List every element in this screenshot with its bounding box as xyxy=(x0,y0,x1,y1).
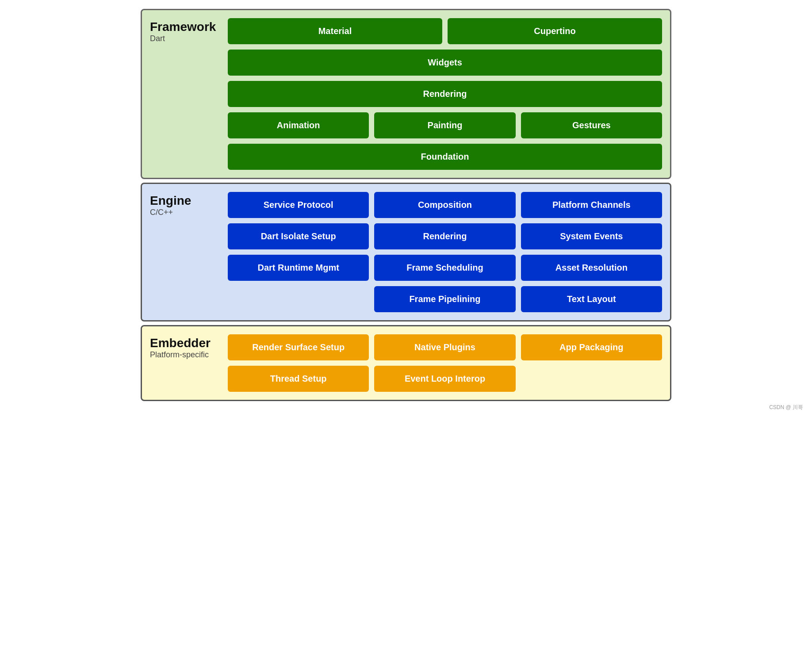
framework-content: Material Cupertino Widgets Rendering Ani… xyxy=(228,18,662,170)
material-chip: Material xyxy=(228,18,442,44)
framework-row-3: Rendering xyxy=(228,81,662,107)
framework-row-5: Foundation xyxy=(228,144,662,170)
cupertino-chip: Cupertino xyxy=(448,18,662,44)
event-loop-interop-chip: Event Loop Interop xyxy=(374,366,515,392)
framework-title: Framework xyxy=(150,20,221,34)
flutter-architecture-diagram: Framework Dart Material Cupertino Widget… xyxy=(141,9,671,401)
engine-content: Service Protocol Composition Platform Ch… xyxy=(228,192,662,312)
text-layout-chip: Text Layout xyxy=(521,286,662,312)
watermark: CSDN @ 川哥 xyxy=(9,404,803,411)
dart-isolate-setup-chip: Dart Isolate Setup xyxy=(228,223,369,249)
widgets-chip: Widgets xyxy=(228,50,662,76)
engine-row-4: Frame Pipelining Text Layout xyxy=(228,286,662,312)
system-events-chip: System Events xyxy=(521,223,662,249)
embedder-title: Embedder xyxy=(150,336,221,350)
asset-resolution-chip: Asset Resolution xyxy=(521,255,662,281)
framework-row-2: Widgets xyxy=(228,50,662,76)
animation-chip: Animation xyxy=(228,112,369,138)
embedder-content: Render Surface Setup Native Plugins App … xyxy=(228,334,662,392)
service-protocol-chip: Service Protocol xyxy=(228,192,369,218)
engine-row-1: Service Protocol Composition Platform Ch… xyxy=(228,192,662,218)
native-plugins-chip: Native Plugins xyxy=(374,334,515,360)
engine-row-3: Dart Runtime Mgmt Frame Scheduling Asset… xyxy=(228,255,662,281)
embedder-row-2: Thread Setup Event Loop Interop xyxy=(228,366,662,392)
embedder-row-1: Render Surface Setup Native Plugins App … xyxy=(228,334,662,360)
framework-row-1: Material Cupertino xyxy=(228,18,662,44)
embedder-subtitle: Platform-specific xyxy=(150,350,221,360)
engine-title: Engine xyxy=(150,194,221,208)
engine-subtitle: C/C++ xyxy=(150,208,221,217)
frame-scheduling-chip: Frame Scheduling xyxy=(374,255,515,281)
app-packaging-chip: App Packaging xyxy=(521,334,662,360)
engine-row-2: Dart Isolate Setup Rendering System Even… xyxy=(228,223,662,249)
painting-chip: Painting xyxy=(374,112,515,138)
engine-label: Engine C/C++ xyxy=(150,192,221,312)
framework-row-4: Animation Painting Gestures xyxy=(228,112,662,138)
framework-subtitle: Dart xyxy=(150,34,221,43)
rendering-chip: Rendering xyxy=(228,81,662,107)
foundation-chip: Foundation xyxy=(228,144,662,170)
thread-setup-chip: Thread Setup xyxy=(228,366,369,392)
composition-chip: Composition xyxy=(374,192,515,218)
gestures-chip: Gestures xyxy=(521,112,662,138)
engine-layer: Engine C/C++ Service Protocol Compositio… xyxy=(141,183,671,322)
frame-pipelining-chip: Frame Pipelining xyxy=(374,286,515,312)
embedder-label: Embedder Platform-specific xyxy=(150,334,221,392)
render-surface-setup-chip: Render Surface Setup xyxy=(228,334,369,360)
dart-runtime-mgmt-chip: Dart Runtime Mgmt xyxy=(228,255,369,281)
embedder-layer: Embedder Platform-specific Render Surfac… xyxy=(141,325,671,401)
framework-label: Framework Dart xyxy=(150,18,221,170)
framework-layer: Framework Dart Material Cupertino Widget… xyxy=(141,9,671,179)
engine-rendering-chip: Rendering xyxy=(374,223,515,249)
platform-channels-chip: Platform Channels xyxy=(521,192,662,218)
